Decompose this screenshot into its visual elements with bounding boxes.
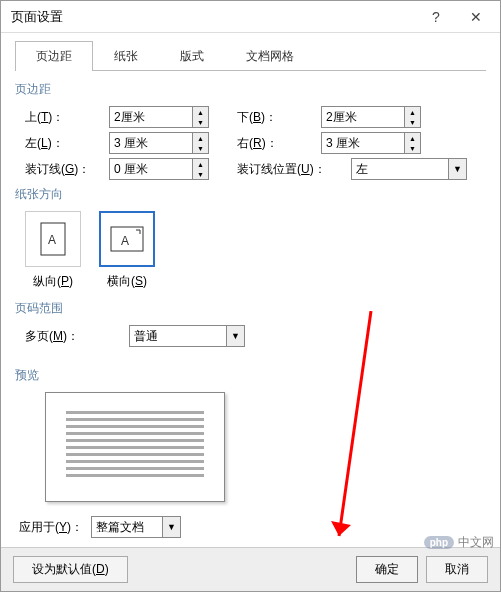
bottom-label: 下(B)：	[237, 109, 317, 126]
portrait-label: 纵向(P)	[33, 273, 73, 290]
gutter-label: 装订线(G)：	[25, 161, 105, 178]
tab-margins[interactable]: 页边距	[15, 41, 93, 71]
apply-row: 应用于(Y)： 整篇文档▼	[19, 516, 486, 538]
set-default-button[interactable]: 设为默认值(D)	[13, 556, 128, 583]
up-icon[interactable]: ▲	[405, 133, 420, 143]
pages-group-label: 页码范围	[15, 300, 486, 317]
left-label: 左(L)：	[25, 135, 105, 152]
orientation-group-label: 纸张方向	[15, 186, 486, 203]
svg-text:A: A	[121, 234, 129, 248]
landscape-label: 横向(S)	[107, 273, 147, 290]
right-input[interactable]	[322, 133, 404, 153]
cancel-button[interactable]: 取消	[426, 556, 488, 583]
row-multi: 多页(M)： 普通▼	[25, 325, 486, 347]
gutter-pos-label: 装订线位置(U)：	[237, 161, 347, 178]
multi-label: 多页(M)：	[25, 328, 125, 345]
preview-group-label: 预览	[15, 367, 486, 384]
apply-label: 应用于(Y)：	[19, 519, 83, 536]
landscape-icon[interactable]: A	[99, 211, 155, 267]
row-top-bottom: 上(T)： ▲▼ 下(B)： ▲▼	[25, 106, 486, 128]
margins-group-label: 页边距	[15, 81, 486, 98]
content: 页边距 纸张 版式 文档网格 页边距 上(T)： ▲▼ 下(B)： ▲▼ 左(L…	[1, 33, 500, 538]
top-label: 上(T)：	[25, 109, 105, 126]
orientation-row: A 纵向(P) A 横向(S)	[25, 211, 486, 290]
down-icon[interactable]: ▼	[193, 169, 208, 179]
preview-box	[45, 392, 225, 502]
tabs: 页边距 纸张 版式 文档网格	[15, 41, 486, 71]
orientation-landscape[interactable]: A 横向(S)	[99, 211, 155, 290]
apply-value: 整篇文档	[92, 519, 162, 536]
bottom-spinner[interactable]: ▲▼	[321, 106, 421, 128]
portrait-icon[interactable]: A	[25, 211, 81, 267]
down-icon[interactable]: ▼	[193, 117, 208, 127]
top-spinner[interactable]: ▲▼	[109, 106, 209, 128]
down-icon[interactable]: ▼	[405, 117, 420, 127]
up-icon[interactable]: ▲	[193, 133, 208, 143]
up-icon[interactable]: ▲	[405, 107, 420, 117]
window-title: 页面设置	[11, 8, 416, 26]
titlebar: 页面设置 ? ✕	[1, 1, 500, 33]
chevron-down-icon[interactable]: ▼	[448, 159, 466, 179]
gutter-input[interactable]	[110, 159, 192, 179]
gutter-spinner[interactable]: ▲▼	[109, 158, 209, 180]
down-icon[interactable]: ▼	[405, 143, 420, 153]
left-input[interactable]	[110, 133, 192, 153]
help-button[interactable]: ?	[416, 3, 456, 31]
right-spinner[interactable]: ▲▼	[321, 132, 421, 154]
tab-grid[interactable]: 文档网格	[225, 41, 315, 71]
svg-text:A: A	[48, 233, 56, 247]
multi-value: 普通	[130, 328, 226, 345]
top-input[interactable]	[110, 107, 192, 127]
up-icon[interactable]: ▲	[193, 159, 208, 169]
apply-combo[interactable]: 整篇文档▼	[91, 516, 181, 538]
chevron-down-icon[interactable]: ▼	[226, 326, 244, 346]
row-left-right: 左(L)： ▲▼ 右(R)： ▲▼	[25, 132, 486, 154]
tab-paper[interactable]: 纸张	[93, 41, 159, 71]
right-label: 右(R)：	[237, 135, 317, 152]
gutter-pos-value: 左	[352, 161, 448, 178]
tab-layout[interactable]: 版式	[159, 41, 225, 71]
up-icon[interactable]: ▲	[193, 107, 208, 117]
left-spinner[interactable]: ▲▼	[109, 132, 209, 154]
orientation-portrait[interactable]: A 纵向(P)	[25, 211, 81, 290]
close-button[interactable]: ✕	[456, 3, 496, 31]
ok-button[interactable]: 确定	[356, 556, 418, 583]
chevron-down-icon[interactable]: ▼	[162, 517, 180, 537]
row-gutter: 装订线(G)： ▲▼ 装订线位置(U)： 左▼	[25, 158, 486, 180]
gutter-pos-combo[interactable]: 左▼	[351, 158, 467, 180]
bottom-input[interactable]	[322, 107, 404, 127]
multi-combo[interactable]: 普通▼	[129, 325, 245, 347]
down-icon[interactable]: ▼	[193, 143, 208, 153]
footer: 设为默认值(D) 确定 取消	[1, 547, 500, 591]
